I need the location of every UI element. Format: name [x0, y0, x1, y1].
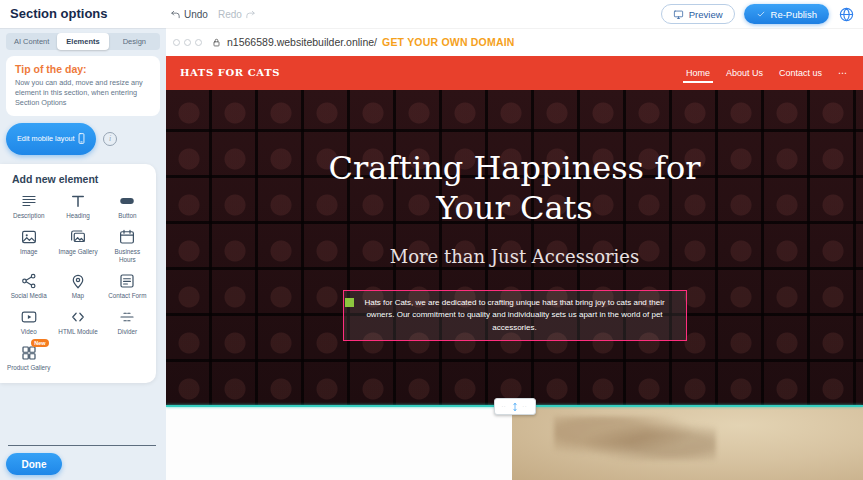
html-module-icon: [69, 308, 87, 326]
sidebar-divider: [8, 445, 156, 446]
browser-chrome: n1566589.websitebuilder.online/ GET YOUR…: [166, 28, 863, 57]
nav-about-us[interactable]: About Us: [726, 56, 763, 90]
new-badge: New: [31, 339, 48, 347]
element-social-media[interactable]: Social Media: [4, 272, 53, 300]
hero-title[interactable]: Crafting Happiness for Your Cats: [328, 148, 700, 228]
redo-button[interactable]: Redo: [218, 9, 256, 20]
site-logo[interactable]: HATS FOR CATS: [180, 56, 280, 90]
info-icon[interactable]: i: [103, 132, 117, 146]
preview-button[interactable]: Preview: [661, 4, 735, 24]
nav-contact-us[interactable]: Contact us: [779, 56, 822, 90]
section-resize-handle[interactable]: ∙∙ ∙∙: [494, 398, 536, 415]
element-heading[interactable]: Heading: [53, 192, 102, 220]
topbar: Section options Undo Redo Preview Re-Pub…: [0, 0, 863, 28]
button-icon: [118, 192, 136, 210]
monitor-icon: [673, 9, 684, 20]
element-description[interactable]: Description: [4, 192, 53, 220]
phone-icon: [75, 132, 88, 145]
element-label: Video: [21, 328, 37, 336]
element-map[interactable]: Map: [53, 272, 102, 300]
element-product-gallery[interactable]: New Product Gallery: [4, 344, 53, 372]
redo-icon: [245, 9, 256, 20]
edit-mobile-label: Edit mobile layout: [17, 134, 75, 143]
get-own-domain-link[interactable]: GET YOUR OWN DOMAIN: [382, 36, 515, 48]
sand-cat-image: [512, 407, 863, 480]
check-icon: [756, 9, 766, 19]
social-media-icon: [20, 272, 38, 290]
undo-label: Undo: [184, 9, 208, 20]
tab-design[interactable]: Design: [109, 33, 160, 50]
hero-content: Crafting Happiness for Your Cats More th…: [166, 90, 863, 341]
video-icon: [20, 308, 38, 326]
add-new-element-panel: Add new element Description Heading Butt…: [0, 164, 156, 383]
preview-area: n1566589.websitebuilder.online/ GET YOUR…: [166, 28, 863, 480]
element-label: Product Gallery: [7, 364, 50, 372]
tip-title: Tip of the day:: [15, 63, 151, 75]
hero-title-line1: Crafting Happiness for: [328, 148, 700, 188]
nav-more-icon[interactable]: ⋯: [838, 56, 847, 90]
handle-dots: ∙∙: [502, 404, 507, 409]
description-icon: [20, 192, 38, 210]
element-image[interactable]: Image: [4, 228, 53, 264]
element-business-hours[interactable]: Business Hours: [103, 228, 152, 264]
tip-body: Now you can add, move and resize any ele…: [15, 78, 151, 109]
handle-dots: ∙∙: [523, 404, 528, 409]
element-label: HTML Module: [58, 328, 97, 336]
hero-section[interactable]: Crafting Happiness for Your Cats More th…: [166, 90, 863, 405]
site-canvas: HATS FOR CATS Home About Us Contact us ⋯…: [166, 56, 863, 480]
element-button[interactable]: Button: [103, 192, 152, 220]
element-image-gallery[interactable]: Image Gallery: [53, 228, 102, 264]
lock-icon: [211, 37, 222, 48]
product-gallery-icon: [20, 344, 38, 362]
hero-title-line2: Your Cats: [328, 188, 700, 228]
edit-mobile-row: Edit mobile layout i: [6, 123, 166, 155]
redo-label: Redo: [218, 9, 242, 20]
nav-home[interactable]: Home: [686, 56, 710, 90]
republish-label: Re-Publish: [771, 9, 817, 20]
image-gallery-icon: [69, 228, 87, 246]
element-label: Image: [20, 248, 38, 256]
globe-icon[interactable]: [838, 6, 855, 23]
undo-icon: [170, 9, 181, 20]
element-label: Contact Form: [108, 292, 146, 300]
element-label: Description: [13, 212, 45, 220]
element-drag-handle[interactable]: [345, 298, 354, 307]
done-button[interactable]: Done: [6, 453, 62, 475]
site-nav: Home About Us Contact us ⋯: [686, 56, 847, 90]
element-label: Heading: [66, 212, 89, 220]
undo-redo-group: Undo Redo: [170, 0, 256, 28]
map-icon: [69, 272, 87, 290]
element-html-module[interactable]: HTML Module: [53, 308, 102, 336]
element-grid: Description Heading Button Image Image G…: [0, 190, 156, 373]
window-dot: [173, 39, 180, 46]
business-hours-icon: [118, 228, 136, 246]
element-contact-form[interactable]: Contact Form: [103, 272, 152, 300]
add-panel-title: Add new element: [0, 173, 156, 190]
topbar-actions: Preview Re-Publish: [661, 4, 855, 24]
republish-button[interactable]: Re-Publish: [744, 4, 829, 24]
element-label: Business Hours: [105, 248, 149, 264]
hero-subtitle[interactable]: More than Just Accessories: [390, 246, 640, 267]
element-video[interactable]: Video: [4, 308, 53, 336]
hero-paragraph: Hats for Cats, we are dedicated to craft…: [354, 297, 676, 334]
element-label: Map: [72, 292, 84, 300]
tab-ai-content[interactable]: AI Content: [6, 33, 57, 50]
tip-of-the-day-card: Tip of the day: Now you can add, move an…: [6, 56, 160, 116]
tab-elements[interactable]: Elements: [57, 33, 108, 50]
heading-icon: [69, 192, 87, 210]
window-dot: [184, 39, 191, 46]
next-section[interactable]: [166, 407, 863, 480]
edit-mobile-layout-button[interactable]: Edit mobile layout: [6, 123, 96, 155]
page-title: Section options: [10, 0, 108, 28]
window-dot: [195, 39, 202, 46]
element-divider[interactable]: Divider: [103, 308, 152, 336]
selected-paragraph-element[interactable]: Hats for Cats, we are dedicated to craft…: [343, 290, 687, 341]
element-label: Image Gallery: [58, 248, 97, 256]
image-icon: [20, 228, 38, 246]
window-dots: [173, 39, 202, 46]
sidebar: AI Content Elements Design Tip of the da…: [0, 28, 166, 480]
preview-label: Preview: [689, 9, 723, 20]
undo-button[interactable]: Undo: [170, 9, 208, 20]
resize-updown-icon: [510, 402, 520, 412]
divider-icon: [118, 308, 136, 326]
